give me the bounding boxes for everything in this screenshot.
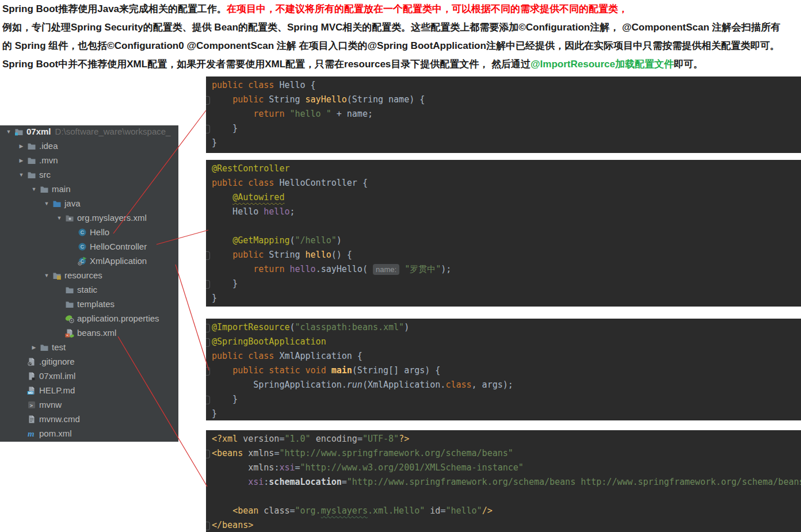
code-segment-xns: xsi	[248, 477, 264, 487]
code-segment-plain: Hello	[212, 206, 264, 217]
tree-item-label: pom.xml	[39, 428, 72, 438]
code-panel-hello-class: public class Hello { public String sayHe…	[206, 76, 801, 153]
code-line: </beans>	[206, 518, 801, 532]
expand-down-icon[interactable]: ▼	[41, 273, 52, 278]
code-line: }	[206, 407, 801, 420]
tree-item-mvnw[interactable]: >mvnw	[0, 397, 178, 412]
tree-item-help-md[interactable]: MDHELP.md	[0, 383, 178, 397]
fold-marker-icon	[206, 396, 210, 404]
tree-item-idea[interactable]: ▶.idea	[0, 139, 178, 153]
tree-item-java[interactable]: ▼java	[0, 196, 178, 210]
tree-item-label: XmlApplication	[90, 256, 147, 266]
code-line: public class HelloController {	[206, 176, 801, 190]
code-segment-ann: @RestController	[212, 163, 289, 174]
class-icon: C	[78, 228, 87, 237]
intro-segment-black: Spring Boot中并不推荐使用XML配置，如果开发者需要使用XML配置，只…	[2, 59, 531, 70]
tree-item-label: application.properties	[77, 313, 159, 323]
expand-right-icon[interactable]: ▶	[16, 143, 27, 149]
code-line: public static void main(String[] args) {	[206, 363, 801, 378]
fold-marker-icon	[206, 522, 210, 530]
tree-item-mvnw-cmd[interactable]: mvnw.cmd	[0, 412, 178, 426]
folder-java-icon	[52, 199, 62, 208]
tree-item-label: Hello	[90, 227, 109, 237]
code-line: @SpringBootApplication	[206, 335, 801, 349]
tree-item-label: main	[52, 184, 71, 194]
tree-item-gitignore[interactable]: .gitignore	[0, 354, 178, 369]
intro-line-3: 的 Spring 组件，也包括©Configuration0 @Componen…	[2, 37, 801, 55]
file-terminal-icon: >	[27, 400, 36, 409]
code-segment-field: hello	[264, 206, 289, 217]
code-segment-plain: (String name) {	[347, 94, 425, 105]
intro-segment-black: Spring Boot推荐使用Java来完成相关的配置工作。	[2, 3, 227, 14]
tree-item-templates[interactable]: templates	[0, 297, 178, 311]
code-segment-plain	[212, 192, 232, 202]
fold-marker-icon	[206, 338, 210, 347]
intro-line-4: Spring Boot中并不推荐使用XML配置，如果开发者需要使用XML配置，只…	[2, 55, 801, 74]
expand-right-icon[interactable]: ▶	[16, 158, 27, 163]
intro-segment-black: 即可。	[674, 59, 703, 70]
code-segment-xtag: />	[482, 506, 493, 516]
tree-item-label: .gitignore	[39, 357, 75, 366]
code-segment-methodBold: main	[331, 365, 352, 376]
tree-item-mvn[interactable]: ▶.mvn	[0, 153, 178, 167]
tree-item-hello[interactable]: CHello	[0, 225, 178, 239]
fold-marker-icon	[206, 450, 210, 458]
intro-segment-black: 的 Spring 组件，也包括©Configuration0 @Componen…	[2, 40, 780, 51]
tree-item-hellocontroller[interactable]: CHelloController	[0, 239, 178, 254]
expand-down-icon[interactable]: ▼	[28, 186, 40, 192]
svg-text:C: C	[81, 229, 85, 235]
code-line: }	[206, 291, 801, 305]
expand-down-icon[interactable]: ▼	[16, 172, 27, 178]
tree-item-resources[interactable]: ▼resources	[0, 268, 178, 282]
tree-item-label: static	[77, 285, 97, 294]
tree-item-label: beans.xml	[77, 328, 116, 338]
tree-item-pom-xml[interactable]: mpom.xml	[0, 426, 178, 441]
code-segment-xtag: <bean	[232, 506, 264, 516]
tree-item-application-properties[interactable]: application.properties	[0, 311, 178, 326]
expand-down-icon[interactable]: ▼	[3, 129, 14, 135]
code-segment-plain: , args);	[472, 380, 513, 390]
code-segment-kw: public class	[212, 178, 279, 188]
tree-item-07xml-iml[interactable]: 07xml.iml	[0, 369, 178, 383]
svg-text:<: <	[66, 333, 68, 338]
intro-segment-black: 例如，专门处理Spring Security的配置类、提供 Bean的配置类、S…	[2, 22, 780, 33]
tree-item-test[interactable]: ▶test	[0, 340, 178, 354]
code-line: @RestController	[206, 162, 801, 176]
intro-line-1: Spring Boot推荐使用Java来完成相关的配置工作。在项目中，不建议将所…	[2, 0, 801, 18]
file-text-icon	[27, 415, 36, 424]
folder-icon	[40, 343, 49, 352]
code-line: <beans xmlns="http://www.springframework…	[206, 446, 801, 461]
folder-root-icon	[14, 127, 24, 136]
folder-icon	[40, 185, 49, 194]
code-segment-plain	[212, 506, 232, 516]
code-segment-plain: SpringApplication.	[212, 380, 347, 390]
fold-marker-icon	[206, 125, 210, 133]
tree-item-org-myslayers-xml[interactable]: ▼org.myslayers.xml	[0, 210, 178, 225]
code-segment-xtag: <beans	[212, 448, 248, 458]
code-line	[206, 489, 801, 504]
code-segment-field: hello	[289, 264, 315, 274]
expand-down-icon[interactable]: ▼	[54, 215, 65, 221]
expand-right-icon[interactable]: ▶	[28, 345, 40, 350]
code-segment-plain: =	[342, 477, 347, 487]
code-segment-hint: name:	[373, 264, 399, 275]
code-segment-plain	[212, 109, 253, 119]
tree-item-beans-xml[interactable]: <beans.xml	[0, 326, 178, 340]
code-segment-kw: public	[232, 94, 269, 105]
class-icon: C	[78, 242, 87, 251]
code-segment-str: "UTF-8"	[363, 434, 399, 444]
code-segment-plain: }	[212, 278, 238, 289]
tree-item-07xml[interactable]: ▼07xmlD:\software_ware\workspace_	[0, 125, 178, 139]
code-segment-ann: @SpringBootApplication	[212, 336, 326, 347]
tree-item-label: mvnw	[39, 400, 62, 409]
tree-item-src[interactable]: ▼src	[0, 167, 178, 182]
tree-item-xmlapplication[interactable]: CXmlApplication	[0, 254, 178, 268]
code-segment-plain: )	[337, 235, 342, 246]
expand-down-icon[interactable]: ▼	[41, 201, 52, 206]
code-segment-plain	[425, 506, 430, 516]
tree-item-static[interactable]: static	[0, 282, 178, 297]
class-run-icon: C	[78, 257, 87, 266]
tree-item-main[interactable]: ▼main	[0, 182, 178, 196]
code-segment-plain: (	[289, 235, 295, 246]
code-line: xmlns:xsi="http://www.w3.org/2001/XMLSch…	[206, 461, 801, 475]
